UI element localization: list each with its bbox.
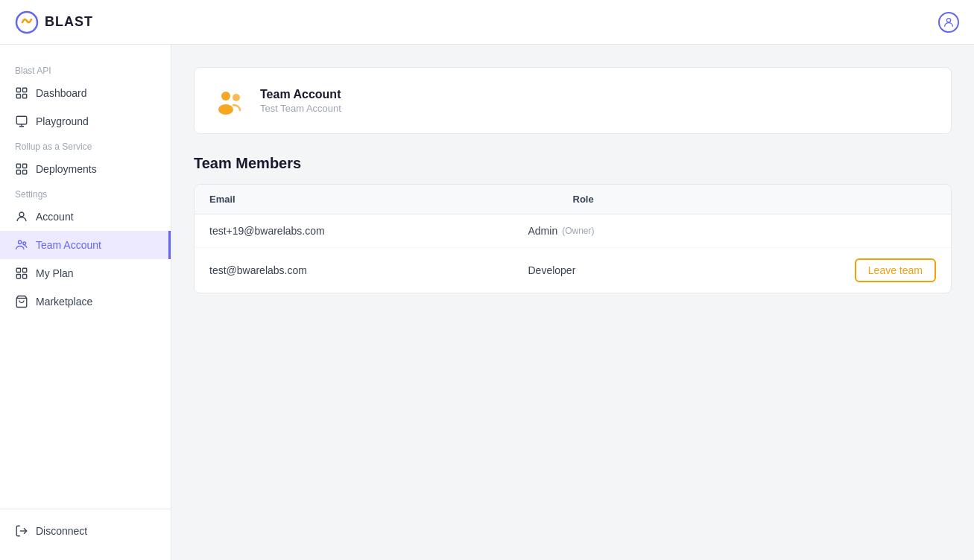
- sidebar-item-playground-label: Playground: [36, 115, 89, 127]
- member-email-1: test+19@bwarelabs.com: [209, 225, 528, 237]
- sidebar-item-my-plan[interactable]: My Plan: [0, 259, 171, 287]
- sidebar-item-disconnect[interactable]: Disconnect: [0, 517, 171, 545]
- disconnect-label: Disconnect: [36, 525, 87, 537]
- table-header: Email Role: [195, 185, 951, 214]
- disconnect-icon: [15, 524, 28, 538]
- sidebar-item-deployments-label: Deployments: [36, 163, 97, 175]
- svg-point-1: [946, 18, 950, 22]
- svg-rect-2: [16, 88, 20, 92]
- table-row: test@bwarelabs.com Developer Leave team: [195, 248, 951, 293]
- marketplace-icon: [15, 295, 28, 308]
- sidebar-item-team-account-label: Team Account: [36, 239, 101, 251]
- sidebar-bottom: Disconnect: [0, 509, 171, 545]
- svg-rect-14: [16, 268, 20, 272]
- svg-point-20: [221, 92, 230, 101]
- sidebar-item-marketplace-label: Marketplace: [36, 296, 92, 308]
- svg-rect-17: [23, 275, 27, 279]
- sidebar-item-team-account[interactable]: Team Account: [0, 231, 171, 259]
- sidebar-item-playground[interactable]: Playground: [0, 107, 171, 136]
- svg-point-22: [218, 104, 233, 115]
- settings-label: Settings: [0, 183, 171, 203]
- svg-rect-6: [16, 116, 27, 124]
- col-email-header: Email: [209, 194, 573, 205]
- logo-area: BLAST: [15, 10, 93, 34]
- sidebar-item-my-plan-label: My Plan: [36, 267, 74, 279]
- blast-api-label: Blast API: [0, 60, 171, 79]
- deployments-icon: [15, 162, 28, 176]
- svg-rect-15: [23, 268, 27, 272]
- member-action-2: Leave team: [847, 258, 936, 282]
- blast-logo-icon: [15, 10, 39, 34]
- team-account-subtitle: Test Team Account: [260, 103, 341, 114]
- dashboard-icon: [15, 86, 28, 100]
- svg-point-13: [23, 242, 26, 245]
- account-icon: [15, 210, 28, 223]
- member-role-2: Developer: [528, 264, 847, 276]
- svg-rect-9: [16, 171, 20, 174]
- table-row: test+19@bwarelabs.com Admin (Owner): [195, 214, 951, 248]
- member-email-2: test@bwarelabs.com: [209, 264, 528, 276]
- team-info: Team Account Test Team Account: [260, 88, 341, 114]
- app-header: BLAST: [0, 0, 974, 45]
- rollup-label: Rollup as a Service: [0, 136, 171, 155]
- main-content: Team Account Test Team Account Team Memb…: [171, 45, 974, 560]
- header-right: [938, 12, 959, 33]
- sidebar: Blast API Dashboard Playground: [0, 45, 171, 560]
- section-title: Team Members: [194, 155, 952, 172]
- sidebar-item-account-label: Account: [36, 211, 74, 223]
- team-account-icon: [15, 238, 28, 252]
- col-role-header: Role: [573, 194, 937, 205]
- logo-text: BLAST: [45, 14, 93, 30]
- playground-icon: [15, 115, 28, 128]
- sidebar-spacer: [0, 316, 171, 509]
- team-account-title: Team Account: [260, 88, 341, 101]
- members-table: Email Role test+19@bwarelabs.com Admin (…: [194, 184, 952, 293]
- svg-rect-16: [16, 275, 20, 279]
- svg-rect-4: [16, 95, 20, 98]
- svg-point-21: [233, 94, 240, 101]
- sidebar-item-dashboard[interactable]: Dashboard: [0, 79, 171, 107]
- svg-point-11: [19, 212, 24, 217]
- team-header-card: Team Account Test Team Account: [194, 67, 952, 134]
- svg-rect-8: [23, 164, 27, 168]
- svg-point-12: [19, 241, 22, 244]
- sidebar-item-account[interactable]: Account: [0, 203, 171, 231]
- sidebar-item-deployments[interactable]: Deployments: [0, 155, 171, 183]
- owner-badge: (Owner): [562, 226, 594, 236]
- member-role-1: Admin (Owner): [528, 225, 847, 237]
- sidebar-item-marketplace[interactable]: Marketplace: [0, 287, 171, 316]
- team-group-icon: [212, 83, 248, 118]
- team-icon-wrapper: [212, 83, 248, 118]
- main-layout: Blast API Dashboard Playground: [0, 45, 974, 560]
- leave-team-button[interactable]: Leave team: [855, 258, 936, 282]
- my-plan-icon: [15, 267, 28, 280]
- svg-rect-10: [23, 171, 27, 174]
- svg-rect-7: [16, 164, 20, 168]
- sidebar-item-dashboard-label: Dashboard: [36, 87, 87, 99]
- svg-rect-5: [23, 95, 27, 98]
- svg-rect-3: [23, 88, 27, 92]
- user-profile-icon[interactable]: [938, 12, 959, 33]
